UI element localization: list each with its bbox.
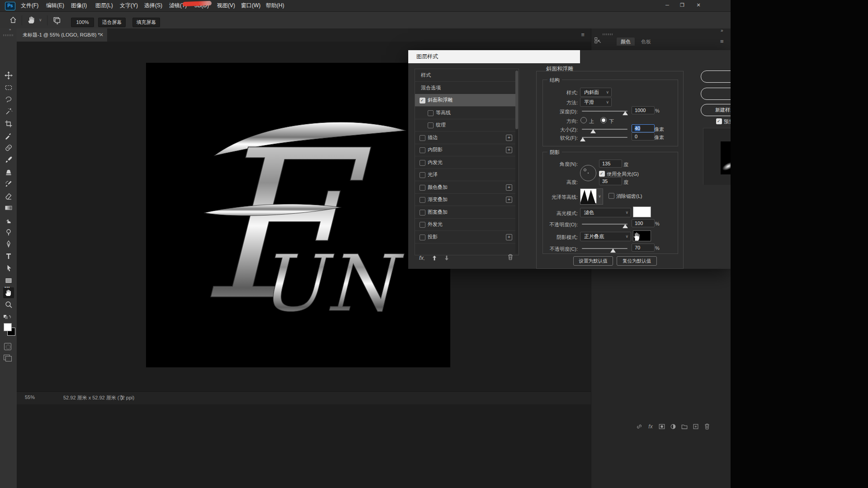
highlight-opacity-slider-thumb[interactable] [623,224,628,228]
new-layer-icon[interactable] [691,422,700,431]
menu-2[interactable]: 编辑(E) [43,0,67,11]
swap-colors-icon[interactable] [3,314,11,322]
add-instance-plus-icon[interactable]: + [506,184,512,191]
style-list-item-图案叠加[interactable]: 图案叠加 [415,206,518,219]
highlight-mode-select[interactable]: 滤色∨ [580,208,631,217]
add-instance-plus-icon[interactable]: + [506,197,512,203]
highlight-color-swatch[interactable] [633,206,651,217]
style-select[interactable]: 内斜面∨ [580,88,612,97]
ok-button[interactable] [701,70,731,83]
style-list-item-描边[interactable]: 描边+ [415,131,518,144]
style-checkbox[interactable] [420,98,425,103]
collapse-dock-icon[interactable]: » [721,28,723,33]
style-list-item-投影[interactable]: 投影+ [415,231,518,244]
magic-wand-tool-icon[interactable] [3,106,14,117]
status-chevron-icon[interactable]: ❯ [120,394,124,400]
menu-11[interactable]: 帮助(H) [263,0,287,11]
history-brush-tool-icon[interactable] [3,178,14,189]
maximize-button[interactable]: ❐ [676,0,689,10]
style-checkbox[interactable] [420,197,425,203]
dodge-tool-icon[interactable] [3,227,14,238]
style-checkbox[interactable] [420,185,425,191]
reset-default-button[interactable]: 复位为默认值 [617,256,657,266]
home-icon[interactable] [9,16,17,24]
style-list-item-外发光[interactable]: 外发光 [415,218,518,231]
close-tab-icon[interactable]: ✕ [99,28,104,42]
global-light-checkbox[interactable] [599,171,605,177]
shadow-opacity-input[interactable]: 70 [632,244,655,252]
menu-1[interactable]: 文件(F) [18,0,41,11]
more-tools-icon[interactable]: ••• [5,285,10,290]
style-checkbox[interactable] [420,160,425,166]
type-tool-icon[interactable] [3,251,14,262]
menu-9[interactable]: 视图(V) [214,0,238,11]
style-list-item-光泽[interactable]: 光泽 [415,169,518,181]
gloss-contour-dropdown-icon[interactable]: ∨ [596,188,603,205]
highlight-opacity-input[interactable]: 100 [632,219,655,227]
trash-icon[interactable] [703,422,712,431]
depth-input[interactable]: 1000 [632,106,655,114]
layer-fx-icon[interactable]: fx [646,422,655,431]
antialias-checkbox[interactable] [609,193,614,199]
size-input[interactable]: 40 [632,124,655,132]
size-slider[interactable] [582,129,627,130]
style-list-item-样式[interactable]: 样式 [415,69,518,82]
eyedropper-tool-icon[interactable] [3,130,14,141]
pen-tool-icon[interactable] [3,239,14,249]
soften-input[interactable]: 0 [632,132,655,141]
eraser-tool-icon[interactable] [3,191,14,202]
chevron-down-icon[interactable]: ∨ [39,18,42,22]
angle-dial[interactable] [580,165,596,181]
fill-screen-button[interactable]: 填充屏幕 [132,18,160,27]
style-checkbox[interactable] [420,210,425,216]
scroll-all-windows-icon[interactable] [52,16,61,24]
direction-up-radio[interactable] [580,117,587,123]
set-default-button[interactable]: 设置为默认值 [573,256,613,266]
style-checkbox[interactable] [420,222,425,228]
add-instance-plus-icon[interactable]: + [506,234,512,240]
add-instance-plus-icon[interactable]: + [506,135,512,141]
angle-input[interactable]: 135 [599,160,622,168]
style-checkbox[interactable] [420,172,425,178]
mask-icon[interactable] [657,422,666,431]
menu-10[interactable]: 窗口(W) [238,0,263,11]
zoom-level-button[interactable]: 100% [71,18,94,27]
styles-list-scrollbar[interactable] [515,70,518,253]
style-list-item-渐变叠加[interactable]: 渐变叠加+ [415,193,518,206]
panel-menu-icon[interactable]: ≡ [720,38,724,45]
style-checkbox[interactable] [420,147,425,153]
menu-5[interactable]: 文字(Y) [117,0,141,11]
new-style-button[interactable]: 新建样式(W)... [701,104,731,116]
dialog-title-bar[interactable]: 图层样式 [408,50,580,63]
style-list-item-内阴影[interactable]: 内阴影+ [415,144,518,156]
link-icon[interactable] [635,422,644,431]
gloss-contour-thumbnail[interactable] [580,188,597,205]
panel-grip[interactable] [3,34,13,36]
style-list-item-内发光[interactable]: 内发光 [415,156,518,169]
zoom-tool-icon[interactable] [3,299,14,310]
screen-mode-icon[interactable] [4,355,10,360]
smudge-tool-icon[interactable] [3,215,14,225]
crop-tool-icon[interactable] [3,118,14,129]
marquee-tool-icon[interactable] [3,82,14,93]
path-select-tool-icon[interactable] [3,263,14,274]
style-checkbox[interactable] [420,135,425,141]
size-slider-thumb[interactable] [590,129,596,133]
altitude-input[interactable]: 35 [599,177,622,185]
style-checkbox[interactable] [428,110,434,116]
shadow-opacity-slider-thumb[interactable] [610,249,616,253]
add-effect-fx-icon[interactable]: fx, [419,254,425,261]
gradient-tool-icon[interactable] [3,202,14,213]
style-checkbox[interactable] [420,235,425,240]
preview-checkbox[interactable] [716,118,722,124]
move-tool-icon[interactable] [3,70,14,81]
style-list-item-纹理[interactable]: 纹理 [415,119,518,131]
style-list-item-颜色叠加[interactable]: 颜色叠加+ [415,181,518,194]
document-canvas[interactable]: F UN [146,63,450,367]
highlight-opacity-slider[interactable] [582,224,627,225]
close-button[interactable]: ✕ [692,0,705,10]
panel-grip[interactable] [603,33,613,35]
depth-slider-thumb[interactable] [623,111,628,115]
rectangle-tool-icon[interactable] [3,275,14,286]
lasso-tool-icon[interactable] [3,94,14,105]
